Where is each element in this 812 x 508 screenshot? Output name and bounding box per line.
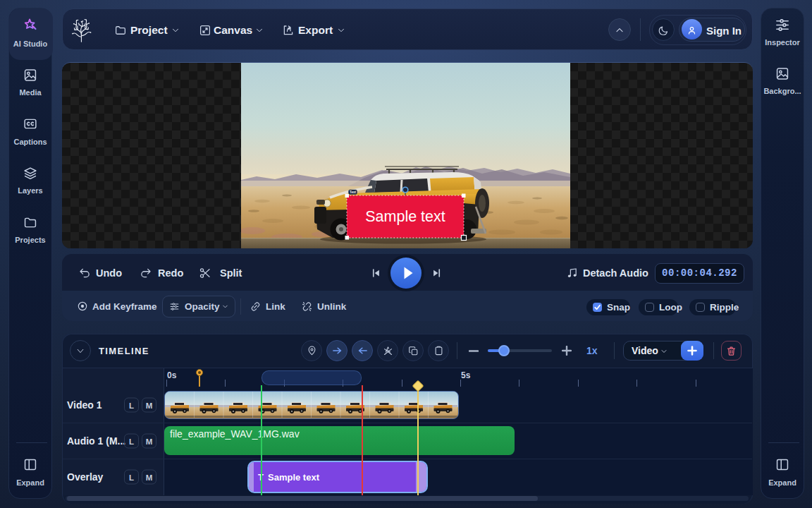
svg-text:Sample text: Sample text (365, 208, 445, 225)
svg-text:Text: Text (350, 190, 356, 194)
